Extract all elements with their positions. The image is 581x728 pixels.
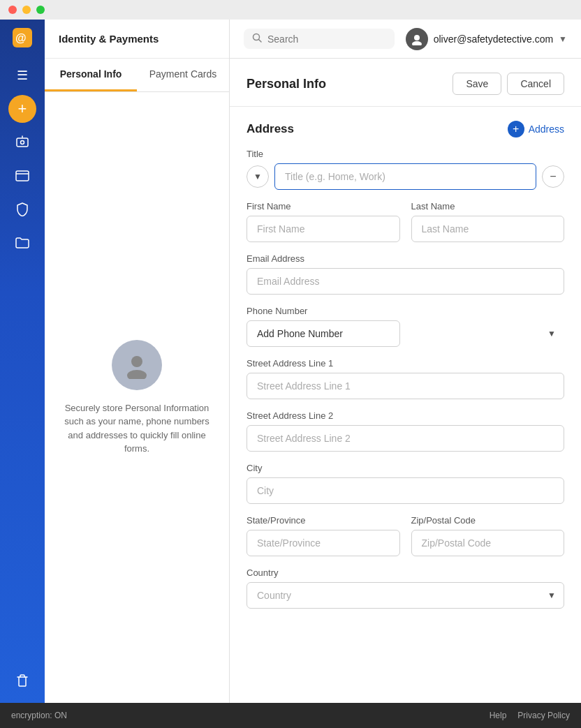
add-address-label: Address	[529, 124, 564, 135]
phone-chevron-icon: ▼	[547, 329, 556, 339]
title-group: Title ▼ −	[247, 149, 564, 190]
encryption-label: encryption: ON	[11, 711, 67, 720]
minimize-button[interactable]	[22, 6, 31, 14]
content-title: Personal Info	[247, 77, 326, 91]
bottom-bar: encryption: ON Help Privacy Policy	[0, 703, 581, 728]
last-name-group: Last Name	[411, 201, 565, 242]
nav-add-button[interactable]: +	[8, 95, 36, 123]
svg-point-12	[412, 41, 422, 45]
app-logo: @	[13, 28, 32, 50]
last-name-input[interactable]	[411, 216, 565, 242]
name-row: First Name Last Name	[247, 201, 564, 242]
svg-point-3	[21, 141, 24, 144]
add-address-button[interactable]: + Address	[508, 121, 564, 138]
email-group: Email Address	[247, 253, 564, 295]
svg-point-11	[414, 35, 420, 40]
maximize-button[interactable]	[36, 6, 45, 14]
phone-group: Phone Number Add Phone Number ▼	[247, 306, 564, 347]
nav-folder-button[interactable]	[8, 229, 36, 257]
tab-personal-info[interactable]: Personal Info	[45, 59, 137, 91]
sidebar-header: Identity & Payments	[45, 20, 229, 59]
phone-select-wrap: Add Phone Number ▼	[247, 320, 564, 347]
title-input-wrap	[274, 163, 536, 190]
title-row: ▼ −	[247, 163, 564, 190]
app-layout: @ ☰ + Identity & Payments Personal Info …	[0, 20, 581, 703]
sidebar: Identity & Payments Personal Info Paymen…	[45, 20, 230, 703]
svg-point-8	[127, 370, 147, 379]
city-group: City	[247, 463, 564, 504]
last-name-label: Last Name	[411, 201, 565, 211]
street1-input[interactable]	[247, 373, 564, 399]
email-input[interactable]	[247, 268, 564, 295]
user-avatar-icon	[406, 28, 428, 50]
nav-trash-button[interactable]	[8, 667, 36, 694]
title-label: Title	[247, 149, 564, 159]
street2-group: Street Address Line 2	[247, 410, 564, 452]
user-email: oliver@safetydetective.com	[434, 34, 553, 45]
zip-group: Zip/Postal Code	[411, 515, 565, 556]
top-bar: oliver@safetydetective.com ▼	[230, 20, 581, 59]
nav-shield-button[interactable]	[8, 195, 36, 223]
country-label: Country	[247, 567, 564, 578]
titlebar	[0, 0, 581, 20]
header-actions: Save Cancel	[453, 73, 564, 95]
svg-rect-2	[17, 138, 28, 147]
title-dropdown-toggle[interactable]: ▼	[247, 165, 269, 188]
nav-cards-button[interactable]	[8, 162, 36, 190]
zip-label: Zip/Postal Code	[411, 515, 565, 526]
state-label: State/Province	[247, 515, 400, 526]
zip-input[interactable]	[411, 530, 565, 556]
state-input[interactable]	[247, 530, 400, 556]
nav-bar: @ ☰ +	[0, 20, 45, 703]
sidebar-tabs: Personal Info Payment Cards	[45, 59, 229, 92]
country-group: Country Country United States United Kin…	[247, 567, 564, 609]
content-header: Personal Info Save Cancel	[230, 59, 581, 107]
phone-label: Phone Number	[247, 306, 564, 316]
section-title: Address	[247, 122, 294, 136]
state-zip-row: State/Province Zip/Postal Code	[247, 515, 564, 556]
street2-label: Street Address Line 2	[247, 410, 564, 421]
search-box	[244, 29, 395, 49]
chevron-down-icon: ▼	[559, 34, 567, 44]
cancel-button[interactable]: Cancel	[507, 73, 564, 95]
country-select[interactable]: Country United States United Kingdom Can…	[247, 582, 564, 609]
help-link[interactable]: Help	[490, 711, 507, 720]
form-area: Address + Address Title ▼ −	[230, 107, 581, 703]
city-label: City	[247, 463, 564, 473]
svg-rect-5	[16, 171, 29, 181]
street1-label: Street Address Line 1	[247, 358, 564, 369]
phone-select[interactable]: Add Phone Number	[247, 320, 400, 347]
avatar	[112, 340, 162, 390]
search-icon	[252, 33, 262, 45]
search-input[interactable]	[267, 34, 386, 45]
sidebar-content: Securely store Personal Information such…	[45, 92, 229, 703]
sidebar-title: Identity & Payments	[59, 33, 159, 45]
tab-payment-cards[interactable]: Payment Cards	[137, 59, 229, 91]
title-input[interactable]	[274, 163, 536, 190]
privacy-link[interactable]: Privacy Policy	[517, 711, 570, 720]
first-name-input[interactable]	[247, 216, 400, 242]
street2-input[interactable]	[247, 425, 564, 452]
add-address-icon: +	[508, 121, 524, 138]
city-input[interactable]	[247, 477, 564, 504]
section-header: Address + Address	[247, 121, 564, 138]
sidebar-description: Securely store Personal Information such…	[59, 401, 215, 456]
first-name-group: First Name	[247, 201, 400, 242]
svg-line-10	[259, 40, 262, 43]
close-button[interactable]	[8, 6, 17, 14]
nav-vault-button[interactable]	[8, 128, 36, 156]
save-button[interactable]: Save	[453, 73, 501, 95]
user-menu[interactable]: oliver@safetydetective.com ▼	[406, 28, 567, 50]
remove-address-button[interactable]: −	[542, 165, 564, 188]
nav-menu-button[interactable]: ☰	[8, 61, 36, 89]
bottom-links: Help Privacy Policy	[490, 711, 570, 720]
right-panel: oliver@safetydetective.com ▼ Personal In…	[230, 20, 581, 703]
email-label: Email Address	[247, 253, 564, 264]
state-group: State/Province	[247, 515, 400, 556]
country-select-wrap: Country United States United Kingdom Can…	[247, 582, 564, 609]
svg-text:@: @	[15, 32, 27, 44]
svg-point-7	[131, 356, 142, 367]
first-name-label: First Name	[247, 201, 400, 211]
street1-group: Street Address Line 1	[247, 358, 564, 399]
